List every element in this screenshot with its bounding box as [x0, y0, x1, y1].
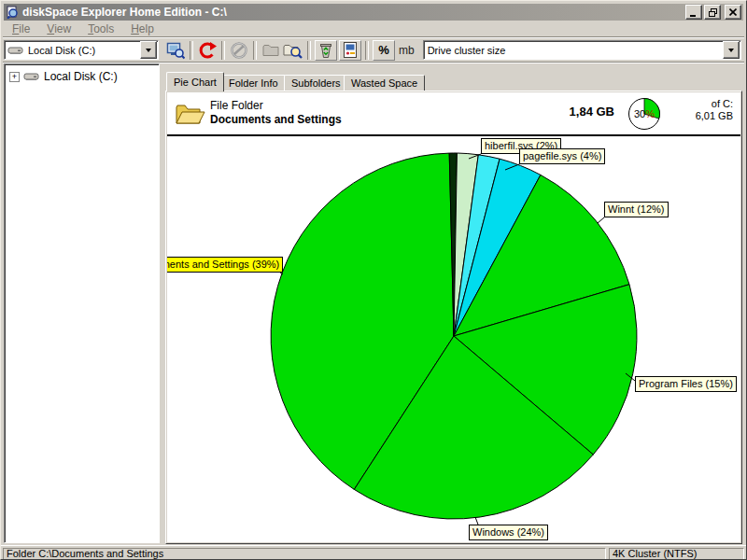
chevron-down-icon [146, 49, 151, 52]
disk-icon [23, 71, 40, 82]
open-folder-icon [175, 99, 206, 127]
menu-view[interactable]: View [38, 21, 79, 37]
cluster-selector-value: Drive cluster size [424, 45, 722, 56]
refresh-button[interactable] [196, 40, 218, 61]
show-mb-button[interactable]: mb [396, 44, 417, 57]
cluster-size-selector[interactable]: Drive cluster size [423, 40, 741, 60]
pie-label-winnt-12-[interactable]: Winnt (12%) [604, 202, 669, 217]
drive-total-size: 6,01 GB [696, 110, 733, 121]
stop-icon [230, 41, 248, 60]
wasted-space-button[interactable] [315, 40, 337, 61]
computer-search-icon [166, 41, 185, 60]
restore-button[interactable] [704, 5, 721, 20]
minimize-button[interactable] [685, 5, 702, 20]
explore-folder-button[interactable] [282, 40, 304, 61]
pie-label-pagefile-sys-4-[interactable]: pagefile.sys (4%) [519, 148, 605, 164]
toolbar-separator [365, 41, 369, 60]
drive-selector[interactable]: Local Disk (C:) [4, 40, 159, 60]
close-button[interactable] [725, 5, 741, 20]
menu-separator [3, 36, 744, 38]
pie-label-windows-24-[interactable]: Windows (24%) [469, 525, 548, 540]
status-folder-path: Folder C:\Documents and Settings [3, 548, 606, 560]
pie-label-pointer [598, 217, 604, 223]
app-icon [6, 6, 19, 19]
pie-label-program-files-15-[interactable]: Program Files (15%) [635, 376, 737, 392]
minimize-icon [690, 8, 698, 17]
chevron-down-icon [728, 49, 734, 52]
cluster-selector-dropdown[interactable] [723, 41, 740, 59]
menu-bar: File View Tools Help [4, 21, 743, 36]
export-image-button[interactable] [339, 40, 361, 61]
folder-name: Documents and Settings [210, 113, 342, 126]
scan-computer-button[interactable] [164, 40, 187, 61]
tab-folder-info[interactable]: Folder Info [221, 75, 286, 91]
title-bar: diskSpace Explorer Home Edition - C:\ [4, 4, 743, 21]
drive-selector-dropdown[interactable] [140, 41, 157, 59]
pie-label-pointer [475, 517, 478, 525]
folder-tree: + Local Disk (C:) [4, 63, 160, 543]
tab-wasted-space[interactable]: Wasted Space [344, 75, 425, 91]
folder-up-button-disabled [260, 40, 282, 61]
toolbar-separator [307, 41, 311, 60]
restore-icon [709, 8, 717, 17]
toolbar: Local Disk (C:) [4, 39, 743, 61]
close-icon [729, 8, 737, 16]
show-percent-button[interactable]: % [373, 40, 395, 61]
menu-tools[interactable]: Tools [79, 21, 122, 37]
selected-size: 1,84 GB [570, 105, 614, 119]
of-drive-label: of C: [712, 98, 733, 109]
status-cluster-info: 4K Cluster (NTFS) [609, 548, 744, 560]
toolbar-separator [190, 41, 193, 60]
window-title: diskSpace Explorer Home Edition - C:\ [22, 6, 682, 19]
tree-expander[interactable]: + [9, 72, 20, 82]
menu-help[interactable]: Help [122, 21, 162, 37]
toolbar-separator [221, 41, 225, 60]
tab-pie-chart[interactable]: Pie Chart [166, 72, 224, 91]
status-bar: Folder C:\Documents and Settings 4K Clus… [1, 545, 746, 560]
usage-mini-pie: 30% [627, 96, 662, 132]
pie-chart-page: File Folder Documents and Settings 1,84 … [165, 91, 742, 544]
refresh-icon [198, 41, 217, 60]
folder-search-icon [283, 41, 303, 60]
drive-selector-value: Local Disk (C:) [24, 45, 139, 56]
pie-chart [167, 136, 740, 542]
stop-button-disabled [228, 40, 250, 61]
percent-label: % [378, 43, 389, 57]
tab-subfolders[interactable]: Subfolders [284, 75, 348, 91]
pie-label-documents-and-settings-39-[interactable]: Documents and Settings (39%) [167, 257, 283, 273]
pie-chart-area: hiberfil.sys (2%)pagefile.sys (4%)Winnt … [167, 136, 740, 542]
tree-item-local-disk[interactable]: + Local Disk (C:) [5, 64, 159, 83]
app-window: diskSpace Explorer Home Edition - C:\ Fi… [0, 0, 747, 560]
disk-icon [7, 45, 24, 56]
toolbar-separator [253, 41, 257, 60]
tree-item-label: Local Disk (C:) [44, 70, 118, 83]
image-icon [343, 41, 358, 59]
usage-percent-text: 30% [634, 108, 655, 119]
menu-file[interactable]: File [4, 21, 38, 37]
folder-icon [261, 41, 280, 60]
recycle-bin-icon [317, 41, 334, 59]
chart-header: File Folder Documents and Settings 1,84 … [167, 92, 740, 134]
folder-type-label: File Folder [210, 99, 263, 112]
